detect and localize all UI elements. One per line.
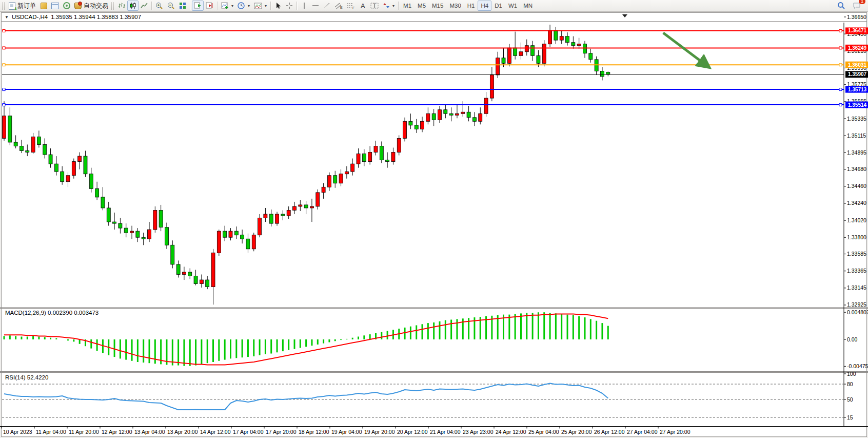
candle-body: [415, 125, 418, 129]
line-handle[interactable]: [3, 104, 5, 106]
line-handle[interactable]: [839, 47, 842, 49]
text-label-tool-button[interactable]: T: [368, 1, 381, 11]
tile-windows-button[interactable]: [177, 1, 188, 11]
bar-chart-mode-button[interactable]: [116, 1, 127, 11]
line-handle[interactable]: [839, 29, 842, 32]
toolbar-separator: [270, 2, 271, 10]
signals-button[interactable]: [61, 1, 72, 11]
timeframe-button-d1[interactable]: D1: [491, 1, 505, 11]
time-tick-label: 10 Apr 2023: [3, 429, 32, 435]
candle-body: [101, 197, 105, 208]
candle-body: [66, 176, 70, 182]
tile-windows-icon: [179, 2, 186, 9]
time-tick-label: 21 Apr 04:00: [430, 429, 461, 435]
vertical-line-tool-button[interactable]: [299, 1, 310, 11]
time-tick-label: 18 Apr 12:00: [299, 429, 329, 435]
line-handle[interactable]: [839, 104, 842, 106]
search-button[interactable]: [835, 1, 847, 11]
trendline-icon: [323, 2, 330, 9]
horizontal-line-tool-button[interactable]: [310, 1, 321, 11]
candle-body: [269, 214, 273, 223]
channel-tool-button[interactable]: E: [332, 1, 345, 11]
line-handle[interactable]: [3, 64, 5, 66]
timeframe-button-h1[interactable]: H1: [464, 1, 478, 11]
rsi-values: 52.4220: [27, 374, 49, 380]
line-handle[interactable]: [3, 47, 5, 49]
line-chart-mode-button[interactable]: [139, 1, 150, 11]
indicators-button[interactable]: ▾: [219, 1, 235, 11]
chart-shift-marker[interactable]: [622, 14, 627, 17]
notifications-button[interactable]: 1: [851, 1, 863, 11]
price-tick-label: 1.35115: [847, 132, 866, 139]
timeframe-button-m1[interactable]: M1: [400, 1, 415, 11]
candle-body: [461, 112, 465, 113]
new-order-button[interactable]: 新订单: [7, 1, 38, 11]
arrows-tool-button[interactable]: ▾: [381, 1, 397, 11]
line-handle[interactable]: [839, 64, 842, 66]
timeframe-button-m5[interactable]: M5: [415, 1, 429, 11]
auto-scroll-button[interactable]: [192, 1, 204, 11]
svg-text:A: A: [361, 2, 365, 9]
new-chart-button[interactable]: [49, 1, 61, 11]
crosshair-tool-button[interactable]: [284, 1, 295, 11]
time-tick-label: 24 Apr 12:00: [496, 429, 526, 435]
candle-body: [176, 264, 180, 275]
zoom-in-button[interactable]: [153, 1, 165, 11]
rsi-tick-label: 50: [847, 396, 853, 403]
candle-body: [502, 58, 505, 64]
rsi-tick-label: 15: [847, 414, 853, 421]
timeframe-button-m30[interactable]: M30: [446, 1, 464, 11]
time-tick-label: 17 Apr 20:00: [266, 429, 297, 435]
line-handle[interactable]: [839, 88, 842, 91]
new-order-icon: [9, 2, 15, 10]
timeframe-button-mn[interactable]: MN: [520, 1, 536, 11]
candlestick-mode-button[interactable]: [127, 1, 139, 11]
new-order-label: 新订单: [17, 2, 36, 10]
chart-shift-button[interactable]: [204, 1, 215, 11]
candle-body: [264, 214, 267, 218]
chart-canvas[interactable]: 1.366501.364301.362101.359901.357751.355…: [0, 0, 868, 438]
timeframe-toolbar: M1M5M15M30H1H4D1W1MN: [400, 1, 536, 11]
candle-body: [397, 138, 401, 152]
candle-body: [310, 206, 313, 208]
fibonacci-tool-button[interactable]: F: [345, 1, 357, 11]
candle-body: [362, 154, 366, 162]
time-tick-label: 19 Apr 04:00: [331, 429, 362, 435]
candle-body: [95, 188, 99, 197]
candle-body: [560, 36, 563, 41]
market-watch-button[interactable]: [38, 1, 49, 11]
candle-body: [444, 110, 447, 114]
cursor-tool-button[interactable]: [272, 1, 284, 11]
zoom-out-button[interactable]: [165, 1, 177, 11]
line-handle[interactable]: [3, 88, 5, 91]
templates-button[interactable]: ▾: [252, 1, 269, 11]
chart-shift-icon: [206, 2, 213, 9]
text-tool-button[interactable]: A: [357, 1, 368, 11]
candle-body: [351, 164, 354, 172]
candle-body: [438, 110, 442, 120]
price-tag-label: 1.35713: [848, 87, 867, 92]
fibonacci-icon: F: [347, 2, 355, 9]
periods-button[interactable]: ▾: [235, 1, 252, 11]
candle-body: [426, 113, 430, 121]
arrow-annotation[interactable]: [663, 33, 708, 66]
text-label-icon: T: [370, 2, 379, 9]
timeframe-button-h4[interactable]: H4: [478, 1, 491, 11]
indicators-caret-icon: ▾: [231, 4, 233, 8]
time-tick-label: 11 Apr 20:00: [69, 429, 99, 435]
candle-body: [124, 228, 128, 233]
timeframe-button-w1[interactable]: W1: [505, 1, 520, 11]
trendline-tool-button[interactable]: [321, 1, 332, 11]
time-tick-label: 17 Apr 04:00: [233, 429, 264, 435]
line-chart-icon: [141, 2, 148, 9]
auto-trading-button[interactable]: 自动交易: [72, 1, 110, 11]
timeframe-button-m15[interactable]: M15: [429, 1, 446, 11]
line-handle[interactable]: [3, 29, 5, 32]
candle-body: [333, 176, 337, 183]
auto-trading-icon: [74, 3, 82, 9]
candle-body: [484, 98, 488, 113]
candle-body: [159, 211, 163, 227]
candle-body: [19, 146, 23, 151]
toolbar-grip: [2, 2, 5, 10]
macd-tick-label: 0.00: [847, 336, 858, 342]
